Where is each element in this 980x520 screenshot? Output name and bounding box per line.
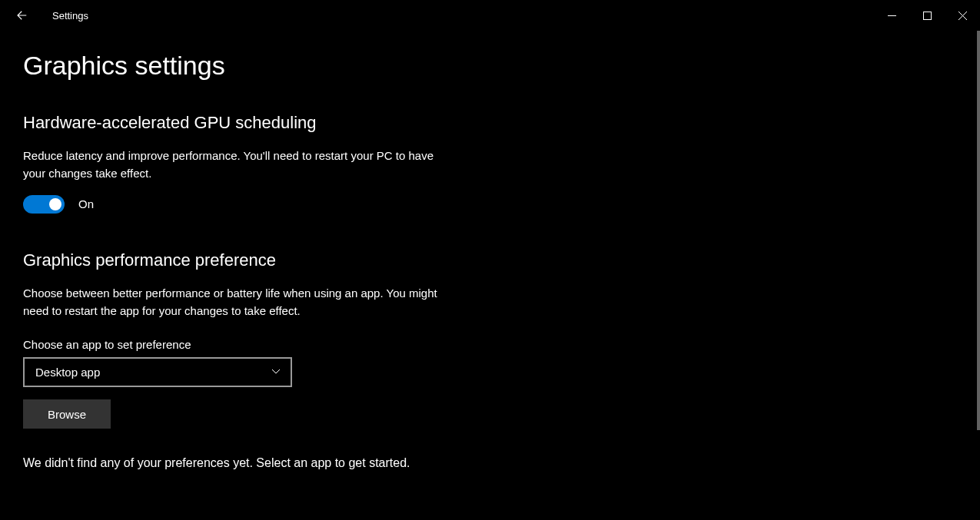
- arrow-left-icon: [15, 8, 29, 22]
- titlebar-left: Settings: [0, 7, 88, 24]
- gpu-scheduling-description: Reduce latency and improve performance. …: [23, 147, 453, 183]
- back-button[interactable]: [14, 7, 31, 24]
- maximize-icon: [923, 12, 932, 20]
- minimize-icon: [888, 12, 896, 20]
- app-title: Settings: [52, 10, 88, 22]
- performance-pref-description: Choose between better performance or bat…: [23, 284, 453, 320]
- choose-app-label: Choose an app to set preference: [23, 338, 957, 351]
- browse-button-label: Browse: [48, 408, 86, 421]
- gpu-scheduling-toggle-label: On: [78, 197, 94, 210]
- toggle-knob: [49, 198, 61, 210]
- gpu-scheduling-toggle[interactable]: [23, 195, 65, 214]
- content-area: Graphics settings Hardware-accelerated G…: [0, 31, 980, 520]
- app-type-dropdown[interactable]: Desktop app: [23, 357, 292, 387]
- close-button[interactable]: [945, 3, 980, 28]
- browse-button[interactable]: Browse: [23, 399, 111, 429]
- gpu-scheduling-toggle-row: On: [23, 195, 957, 214]
- empty-preferences-message: We didn't find any of your preferences y…: [23, 456, 957, 470]
- dropdown-selected-value: Desktop app: [35, 366, 100, 379]
- scrollbar[interactable]: [977, 31, 980, 430]
- titlebar: Settings: [0, 0, 980, 31]
- chevron-down-icon: [271, 366, 281, 379]
- performance-pref-heading: Graphics performance preference: [23, 250, 957, 270]
- gpu-scheduling-heading: Hardware-accelerated GPU scheduling: [23, 113, 957, 133]
- page-title: Graphics settings: [23, 51, 957, 81]
- close-icon: [958, 12, 967, 20]
- maximize-button[interactable]: [909, 3, 945, 28]
- window-controls: [874, 3, 980, 28]
- minimize-button[interactable]: [874, 3, 909, 28]
- svg-rect-0: [923, 12, 931, 19]
